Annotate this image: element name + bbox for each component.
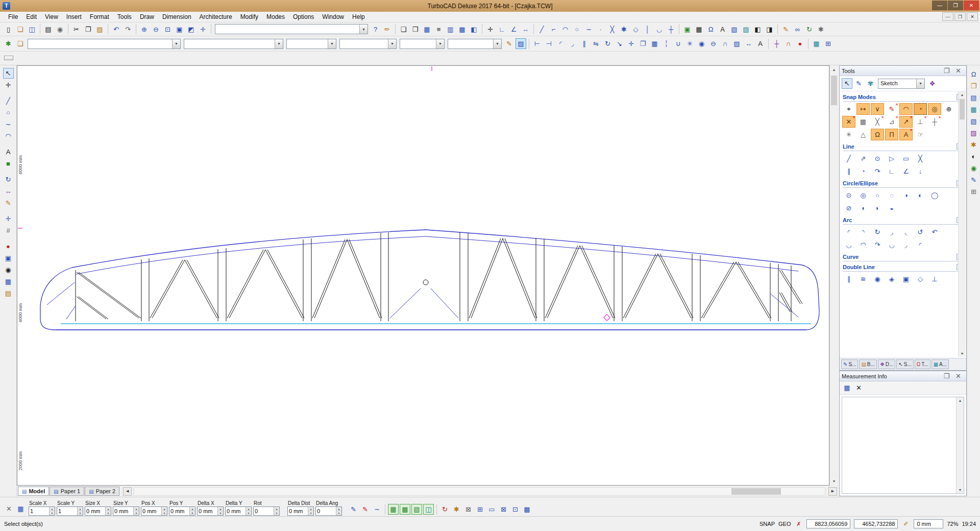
tools-close-icon[interactable]: ✕ <box>953 65 964 76</box>
spin-down-icon[interactable]: ▼ <box>308 511 313 515</box>
dimension-tool-icon[interactable]: ↔ <box>743 38 754 49</box>
explode-icon[interactable]: ✳ <box>684 38 695 49</box>
spin-down-icon[interactable]: ▼ <box>218 511 223 515</box>
ellipse-fixed-ratio-icon[interactable]: ◖ <box>856 202 870 214</box>
style-select-combo[interactable]: Sketch▼ <box>878 79 925 89</box>
ellipse-icon[interactable]: ◯ <box>928 189 941 201</box>
arc-convert-icon[interactable]: ↶ <box>928 226 941 238</box>
palette-blocks-icon[interactable]: ❐ <box>968 81 979 91</box>
tools-panel-scrollbar[interactable]: ▲ ▼ <box>958 91 966 357</box>
draw-diamond-icon[interactable]: ◇ <box>630 24 641 35</box>
scroll-down-icon[interactable]: ▼ <box>957 487 964 493</box>
rotate-tool-icon[interactable]: ↻ <box>3 174 14 185</box>
draw-axis-icon[interactable]: ┼ <box>666 24 676 35</box>
arc-tangent-icon[interactable]: ◟ <box>899 226 913 238</box>
field-input[interactable]: 0 mm▲▼ <box>197 506 224 516</box>
grid-add-icon[interactable]: ⊞ <box>475 504 485 515</box>
scroll-thumb[interactable] <box>960 99 965 119</box>
double-line-rotated-icon[interactable]: ◇ <box>914 273 927 285</box>
arc-sweep-icon[interactable]: ↷ <box>871 239 884 251</box>
clear-fields-icon[interactable]: ✕ <box>4 503 14 514</box>
spin-up-icon[interactable]: ▲ <box>162 507 167 511</box>
spinner[interactable]: ▲▼ <box>189 507 195 515</box>
menu-edit[interactable]: Edit <box>22 12 41 21</box>
arc-triple-point-icon[interactable]: ◞ <box>885 226 898 238</box>
insert-table-icon[interactable]: ▦ <box>694 24 704 35</box>
spin-up-icon[interactable]: ▲ <box>106 507 111 511</box>
array-icon[interactable]: ▦ <box>422 24 432 35</box>
line-circumscribed-icon[interactable]: ⊙ <box>871 153 884 164</box>
redo-icon[interactable]: ↷ <box>122 24 133 35</box>
box-plain-icon[interactable]: ▭ <box>486 504 497 515</box>
dimension-tool-icon[interactable]: ↔ <box>3 186 14 197</box>
panel-pen-icon[interactable]: ✎ <box>853 78 864 89</box>
hatch-tool-icon[interactable]: ▧ <box>731 38 742 49</box>
field-input[interactable]: 1▲▼ <box>57 506 83 516</box>
snap-quadrant-icon[interactable]: ◔ <box>914 103 927 115</box>
field-input[interactable]: 0▲▼ <box>315 506 342 516</box>
spinner[interactable]: ▲▼ <box>49 507 55 515</box>
spin-down-icon[interactable]: ▼ <box>134 511 139 515</box>
offset-icon[interactable]: ∥ <box>579 38 590 49</box>
circle-center-radius-icon[interactable]: ⊙ <box>842 189 855 201</box>
meas-close-icon[interactable]: ✕ <box>953 371 964 381</box>
spin-up-icon[interactable]: ▲ <box>336 507 341 511</box>
snap-nearest-icon[interactable]: ↦ <box>856 103 870 115</box>
double-line-rectangle-icon[interactable]: ▣ <box>899 273 913 285</box>
field-input[interactable]: 0 mm▲▼ <box>287 506 314 516</box>
measure-angle-icon[interactable]: ∠ <box>508 24 519 35</box>
zoom-level[interactable]: 72% <box>947 521 958 527</box>
doc-minimize-button[interactable]: — <box>942 12 953 21</box>
snap-intersection-icon[interactable]: ⊕ <box>942 103 955 115</box>
spin-down-icon[interactable]: ▼ <box>106 511 111 515</box>
menu-options[interactable]: Options <box>289 12 318 21</box>
palette-render-icon[interactable]: ◉ <box>968 163 979 174</box>
ungroup-icon[interactable]: ❒ <box>410 24 421 35</box>
scroll-up-icon[interactable]: ▲ <box>957 397 964 404</box>
hatch-style-combo[interactable]: ▼ <box>448 39 502 49</box>
elliptical-arc-icon[interactable]: ◗ <box>871 202 884 214</box>
scroll-down-icon[interactable]: ▼ <box>959 350 966 357</box>
circle-concentric-icon[interactable]: ◎ <box>856 189 870 201</box>
spin-up-icon[interactable]: ▲ <box>190 507 195 511</box>
canvas-vscrollbar[interactable]: ▲ ▼ <box>829 65 838 486</box>
sel-vertices-icon[interactable]: ▦ <box>388 504 399 515</box>
palette-library-icon[interactable]: ▤ <box>968 92 979 103</box>
print-icon[interactable]: ▤ <box>43 24 54 35</box>
circle-tool-icon[interactable]: ○ <box>3 107 14 118</box>
snap-status[interactable]: SNAP <box>760 521 775 527</box>
palette-tab-4[interactable]: ΩT... <box>915 359 930 369</box>
snap-degrade-icon[interactable]: △ <box>856 129 870 140</box>
group-icon[interactable]: ❑ <box>398 24 409 35</box>
layers-icon[interactable]: ▥ <box>445 24 456 35</box>
link-icon[interactable]: ∞ <box>792 24 803 35</box>
paste-icon[interactable]: ▨ <box>94 24 105 35</box>
circle-tangent-arc-icon[interactable]: ◐ <box>914 189 927 201</box>
snap-sketch-icon[interactable]: ✎✕ <box>885 103 898 115</box>
property-open-icon[interactable]: ❏ <box>15 38 26 49</box>
draw-polyline-icon[interactable]: ⌐ <box>548 24 559 35</box>
break-icon[interactable]: ╎ <box>661 38 672 49</box>
draw-vertical-icon[interactable]: │ <box>642 24 653 35</box>
zoom-extents-icon[interactable]: ▣ <box>174 24 185 35</box>
snap-cross-icon[interactable]: ╳✕ <box>871 116 884 128</box>
draw-star-icon[interactable]: ✱ <box>619 24 629 35</box>
coord-x-value[interactable]: 8823,056059 <box>806 519 850 528</box>
snap-perpendicular-icon[interactable]: ⊥✕ <box>914 116 927 128</box>
spin-down-icon[interactable]: ▼ <box>246 511 251 515</box>
coord-z-icon[interactable]: ✐ <box>901 520 910 528</box>
options-gear-icon[interactable]: ✱ <box>816 24 826 35</box>
color-swatch-icon[interactable]: ■ <box>3 158 14 169</box>
snap-arc-center-icon[interactable]: ◠ <box>899 103 913 115</box>
arc-tool-icon[interactable]: ◠ <box>3 131 14 141</box>
zoom-window-icon[interactable]: ⊡ <box>162 24 173 35</box>
select-icon[interactable]: ↖ <box>3 68 14 79</box>
fill-icon[interactable]: ▨ <box>741 24 751 35</box>
measurement-scrollbar[interactable]: ▲ ▼ <box>956 397 964 493</box>
inspector-lock-icon[interactable]: ⊠ <box>463 504 474 515</box>
box-grid-icon[interactable]: ▩ <box>522 504 532 515</box>
bring-front-icon[interactable]: ◧ <box>752 24 763 35</box>
open-icon[interactable]: ❏ <box>15 24 26 35</box>
palette-tab-0[interactable]: ✎S... <box>841 359 858 369</box>
workplane-icon[interactable]: ◧ <box>469 24 479 35</box>
